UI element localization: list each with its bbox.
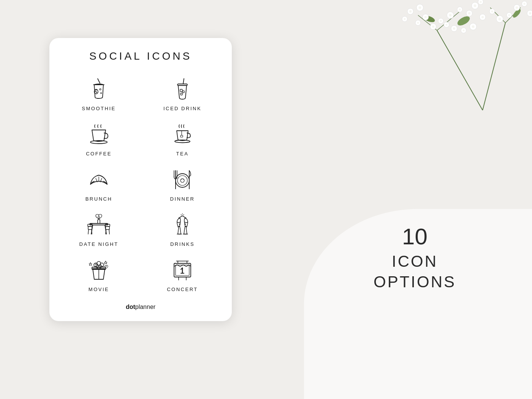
- svg-point-38: [474, 5, 477, 7]
- svg-point-9: [430, 24, 436, 30]
- svg-point-22: [468, 12, 470, 14]
- svg-point-34: [524, 3, 526, 5]
- svg-point-30: [508, 14, 510, 16]
- svg-point-25: [489, 9, 495, 14]
- icon-item-smoothie: SMOOTHIE: [57, 71, 141, 117]
- svg-point-43: [402, 16, 407, 22]
- card-title: SOCIAL ICONS: [89, 50, 192, 62]
- svg-point-27: [496, 16, 503, 22]
- svg-rect-61: [177, 84, 187, 86]
- svg-point-13: [423, 14, 429, 20]
- coffee-icon: [86, 121, 112, 148]
- svg-point-11: [438, 18, 443, 24]
- svg-point-78: [177, 176, 187, 185]
- drinks-label: DRINKS: [170, 241, 195, 247]
- icon-word-1: ICON: [374, 251, 456, 272]
- svg-rect-64: [182, 91, 184, 93]
- svg-line-2: [505, 8, 521, 23]
- svg-point-41: [407, 8, 413, 14]
- svg-point-52: [463, 30, 465, 32]
- svg-point-26: [491, 11, 493, 13]
- svg-point-48: [446, 24, 448, 26]
- dinner-icon: [169, 166, 196, 193]
- icons-grid: SMOOTHIE ICED DRINK: [57, 71, 224, 298]
- svg-point-100: [185, 224, 185, 225]
- svg-point-33: [522, 1, 527, 6]
- svg-point-60: [101, 93, 102, 94]
- svg-point-28: [499, 18, 501, 21]
- svg-point-99: [185, 226, 186, 227]
- svg-line-5: [490, 8, 505, 23]
- svg-point-50: [453, 27, 455, 30]
- svg-line-90: [109, 230, 109, 234]
- iced-drink-label: ICED DRINK: [163, 106, 201, 111]
- concert-icon: [169, 257, 196, 283]
- icon-item-date-night: DATE NIGHT: [57, 207, 141, 252]
- svg-point-53: [470, 23, 477, 30]
- tea-icon: [169, 121, 196, 148]
- icon-item-dinner: DINNER: [141, 162, 224, 207]
- svg-line-4: [437, 11, 460, 30]
- svg-rect-69: [180, 135, 183, 137]
- svg-point-49: [451, 25, 457, 32]
- smoothie-icon: [86, 76, 112, 103]
- dinner-label: DINNER: [170, 196, 195, 202]
- icon-count: 10: [374, 225, 456, 248]
- svg-point-58: [96, 92, 97, 93]
- svg-line-85: [88, 230, 89, 234]
- right-panel: 10 ICON OPTIONS: [374, 225, 456, 293]
- svg-point-44: [404, 18, 406, 20]
- svg-point-57: [95, 91, 96, 92]
- brand-suffix: planner: [135, 304, 155, 310]
- svg-point-6: [456, 14, 471, 27]
- date-night-label: DATE NIGHT: [79, 241, 119, 247]
- svg-point-31: [514, 5, 520, 11]
- svg-point-29: [507, 13, 512, 18]
- svg-point-24: [481, 16, 484, 18]
- svg-point-16: [417, 22, 419, 24]
- svg-point-23: [480, 14, 486, 20]
- smoothie-label: SMOOTHIE: [82, 106, 116, 111]
- floral-decoration: [323, 0, 532, 114]
- svg-point-36: [529, 12, 531, 14]
- svg-point-17: [447, 12, 454, 19]
- svg-point-54: [472, 25, 475, 28]
- svg-line-103: [183, 215, 184, 215]
- date-night-icon: [86, 212, 112, 238]
- svg-point-10: [432, 25, 434, 28]
- svg-rect-92: [98, 220, 100, 223]
- svg-line-1: [483, 23, 505, 110]
- svg-point-98: [179, 224, 180, 225]
- movie-icon: [86, 257, 112, 283]
- coffee-label: COFFEE: [86, 151, 112, 157]
- svg-point-97: [179, 226, 179, 227]
- svg-point-12: [440, 20, 442, 22]
- svg-line-86: [92, 230, 92, 234]
- svg-line-55: [98, 79, 100, 83]
- icon-item-movie: MOVIE: [57, 252, 141, 298]
- svg-point-51: [461, 28, 466, 33]
- svg-point-7: [423, 14, 436, 23]
- svg-point-20: [459, 9, 461, 11]
- svg-point-39: [478, 0, 483, 5]
- svg-point-35: [527, 10, 532, 16]
- social-icons-card: SOCIAL ICONS: [49, 38, 232, 321]
- svg-point-21: [466, 10, 472, 16]
- tea-label: TEA: [176, 151, 189, 157]
- svg-line-62: [183, 79, 184, 84]
- svg-point-18: [449, 14, 452, 17]
- svg-rect-88: [106, 226, 109, 230]
- icon-item-coffee: COFFEE: [57, 117, 141, 162]
- brand-dot: dot: [126, 304, 135, 310]
- svg-point-40: [480, 1, 482, 3]
- svg-point-45: [416, 4, 423, 11]
- svg-point-79: [180, 179, 184, 182]
- icon-item-iced-drink: ICED DRINK: [141, 71, 224, 117]
- iced-drink-icon: [169, 76, 196, 103]
- icon-word-2: OPTIONS: [374, 272, 456, 293]
- svg-line-102: [181, 215, 182, 215]
- svg-point-46: [419, 6, 421, 9]
- svg-point-47: [444, 22, 449, 27]
- svg-line-0: [437, 30, 483, 110]
- svg-point-37: [472, 2, 478, 9]
